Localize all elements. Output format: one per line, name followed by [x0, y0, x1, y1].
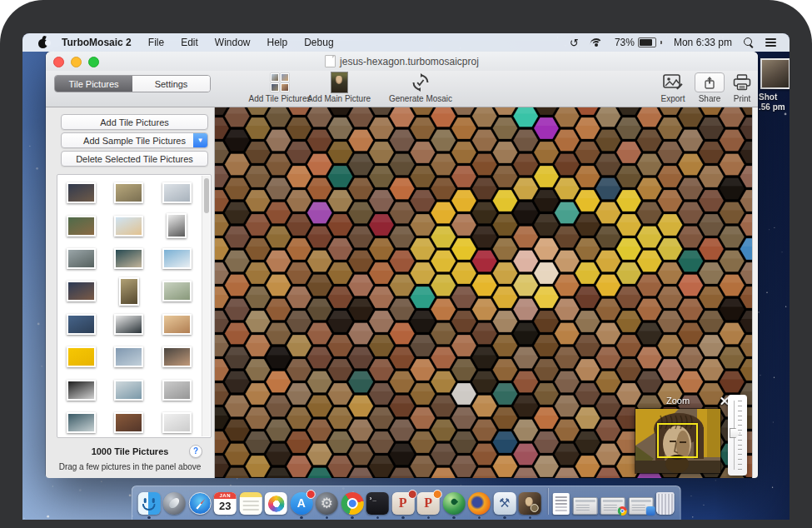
menu-edit[interactable]: Edit [172, 37, 207, 48]
tile-thumbnail-13[interactable] [67, 314, 96, 335]
apple-menu-icon[interactable] [37, 37, 48, 48]
tile-thumbnail-cell [57, 275, 105, 307]
globe-palm-icon[interactable] [442, 492, 465, 515]
menu-window[interactable]: Window [207, 37, 259, 48]
tab-settings[interactable]: Settings [132, 76, 210, 92]
menu-help[interactable]: Help [259, 37, 296, 48]
scrollbar-thumb[interactable] [204, 178, 209, 213]
generate-mosaic-icon [411, 73, 430, 92]
tile-thumbnail-23[interactable] [114, 412, 143, 433]
menu-file[interactable]: File [140, 37, 172, 48]
tile-thumbnail-cell [153, 341, 201, 373]
tile-thumbnail-7[interactable] [67, 248, 96, 269]
mosaic-canvas-area[interactable]: Zoom ✕ [215, 107, 758, 478]
tile-thumbnail-17[interactable] [114, 346, 143, 367]
tile-thumbnail-cell [153, 209, 201, 242]
tile-thumbnail-2[interactable] [114, 182, 143, 203]
minimized-window-chrome-icon[interactable] [600, 497, 625, 515]
tile-thumbnail-8[interactable] [114, 248, 143, 269]
zoom-slider[interactable] [728, 395, 747, 476]
notes-icon[interactable] [239, 492, 262, 515]
spotlight-icon[interactable] [744, 37, 754, 47]
notification-center-icon[interactable] [765, 38, 776, 47]
menu-bar: TurboMosaic 2 FileEditWindowHelpDebug ↺ … [22, 33, 790, 52]
menu-bar-status: ↺ 73% Mon 6:33 pm [570, 37, 790, 48]
tile-thumbnail-9[interactable] [162, 248, 192, 269]
export-toolbar-button[interactable]: Export [655, 72, 690, 103]
battery-status[interactable]: 73% [615, 37, 662, 48]
launchpad-icon[interactable] [163, 492, 186, 515]
tile-thumbnail-19[interactable] [67, 380, 96, 401]
desktop-screenshot-file[interactable]: Shot .56 pm [759, 58, 790, 112]
app-menu-title[interactable]: TurboMosaic 2 [57, 37, 140, 48]
add-tile-pictures-button[interactable]: Add Tile Pictures [61, 114, 208, 130]
close-window-button[interactable] [53, 57, 64, 67]
running-indicator [300, 516, 303, 520]
window-toolbar: Tile Pictures Settings Add Tile Pictures… [46, 71, 758, 107]
share-toolbar-button[interactable]: Share [692, 72, 727, 103]
tile-thumbnail-cell [105, 373, 152, 406]
tile-thumbnail-cell [105, 406, 152, 438]
tile-thumbnail-cell [153, 177, 201, 209]
minimize-window-button[interactable] [71, 57, 82, 67]
wifi-icon[interactable] [590, 38, 603, 47]
tile-thumbnail-10[interactable] [67, 281, 96, 301]
tile-thumbnail-5[interactable] [114, 216, 143, 237]
tile-thumbnail-20[interactable] [114, 380, 143, 401]
window-titlebar[interactable]: jesus-hexagon.turbomosaicproj [46, 52, 758, 71]
tile-thumbnail-cell [153, 373, 201, 406]
calendar-day: 23 [214, 499, 237, 514]
tile-thumbnail-11[interactable] [119, 277, 139, 306]
screenshot-thumbnail [760, 58, 790, 89]
tile-thumbnail-21[interactable] [162, 380, 192, 401]
trash-icon[interactable] [656, 492, 675, 515]
dock-item [239, 492, 262, 515]
time-machine-icon[interactable]: ↺ [570, 37, 579, 48]
zoom-preview-panel[interactable] [635, 409, 720, 473]
dock-item: P [417, 492, 440, 515]
turbomosaic-icon[interactable] [519, 492, 541, 515]
add-main-picture-toolbar-button[interactable]: Add Main Picture [303, 72, 375, 103]
xcode-icon[interactable] [493, 492, 516, 515]
tile-thumbnail-3[interactable] [162, 182, 192, 203]
tile-thumbnail-18[interactable] [162, 346, 192, 367]
system-preferences-icon[interactable] [316, 492, 338, 515]
safari-icon[interactable] [188, 492, 211, 515]
tile-thumbnail-16[interactable] [67, 346, 96, 367]
mosaic-scrollbar[interactable] [752, 107, 758, 478]
minimized-window-blue-icon[interactable] [628, 497, 653, 515]
tile-thumbnail-cell [57, 209, 105, 242]
calendar-icon[interactable]: JAN23 [214, 492, 237, 515]
tile-thumbnail-4[interactable] [67, 216, 96, 237]
dock-item: JAN23 [214, 492, 237, 515]
minimized-window-icon[interactable] [572, 497, 597, 515]
tile-thumbnail-cell [57, 406, 105, 438]
tile-thumbnail-22[interactable] [67, 412, 96, 433]
tile-thumbnail-6[interactable] [167, 213, 187, 238]
zoom-window-button[interactable] [88, 57, 99, 67]
delete-selected-tile-pictures-button[interactable]: Delete Selected Tile Pictures [61, 151, 208, 167]
firefox-icon[interactable] [468, 492, 491, 515]
p-app-2-icon[interactable]: P [417, 492, 440, 515]
p-app-1-icon[interactable]: P [391, 492, 414, 515]
help-button[interactable]: ? [189, 445, 202, 458]
photos-icon[interactable] [265, 492, 287, 515]
menu-debug[interactable]: Debug [296, 37, 341, 48]
finder-icon[interactable] [137, 492, 160, 515]
print-toolbar-button[interactable]: Print [727, 72, 757, 103]
tile-thumbnail-12[interactable] [162, 281, 192, 301]
zoom-selection-rectangle[interactable] [657, 423, 698, 458]
generate-mosaic-toolbar-button[interactable]: Generate Mosaic [385, 72, 456, 103]
add-sample-tile-pictures-dropdown[interactable]: Add Sample Tile Pictures ▼ [61, 132, 208, 148]
app-store-icon[interactable]: A [290, 492, 312, 515]
tile-thumbnail-24[interactable] [162, 412, 192, 433]
tile-thumbnail-14[interactable] [114, 314, 143, 335]
tile-thumbnail-1[interactable] [67, 182, 96, 203]
tab-tile-pictures[interactable]: Tile Pictures [55, 76, 132, 92]
tile-thumbnail-15[interactable] [162, 314, 192, 335]
documents-stack-icon[interactable] [553, 493, 570, 515]
thumbnail-panel-scrollbar[interactable] [202, 176, 210, 436]
menu-bar-clock[interactable]: Mon 6:33 pm [674, 37, 732, 48]
chrome-icon[interactable] [341, 492, 363, 515]
terminal-icon[interactable] [366, 492, 389, 515]
